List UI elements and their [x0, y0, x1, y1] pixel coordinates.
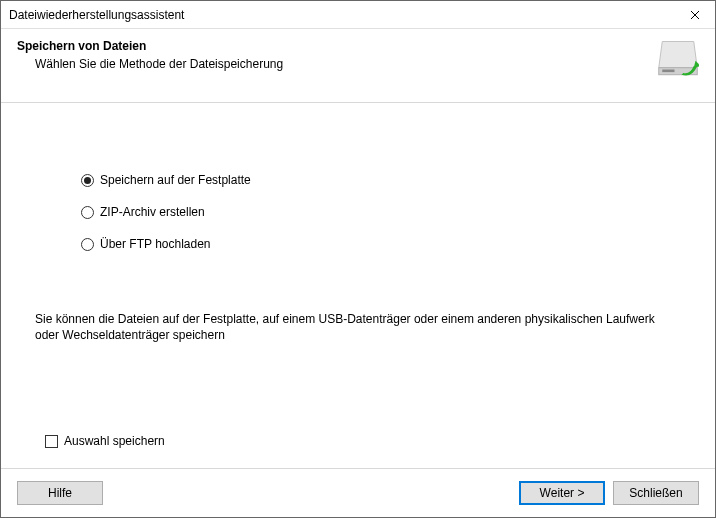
page-heading: Speichern von Dateien [17, 39, 283, 53]
option-label: Über FTP hochladen [100, 237, 211, 251]
help-button[interactable]: Hilfe [17, 481, 103, 505]
close-button[interactable] [675, 1, 715, 29]
svg-rect-4 [662, 70, 674, 73]
option-label: Speichern auf der Festplatte [100, 173, 251, 187]
titlebar: Dateiwiederherstellungsassistent [1, 1, 715, 29]
option-upload-ftp[interactable]: Über FTP hochladen [81, 237, 685, 251]
option-save-to-disk[interactable]: Speichern auf der Festplatte [81, 173, 685, 187]
close-button-footer[interactable]: Schließen [613, 481, 699, 505]
checkbox-icon [45, 435, 58, 448]
method-description: Sie können die Dateien auf der Festplatt… [35, 311, 675, 343]
radio-icon [81, 238, 94, 251]
radio-icon [81, 174, 94, 187]
close-icon [690, 10, 700, 20]
svg-marker-2 [659, 42, 698, 68]
header-text: Speichern von Dateien Wählen Sie die Met… [17, 39, 283, 71]
checkbox-label: Auswahl speichern [64, 434, 165, 448]
save-method-group: Speichern auf der Festplatte ZIP-Archiv … [81, 173, 685, 251]
radio-icon [81, 206, 94, 219]
page-subheading: Wählen Sie die Methode der Dateispeicher… [35, 57, 283, 71]
option-create-zip[interactable]: ZIP-Archiv erstellen [81, 205, 685, 219]
option-label: ZIP-Archiv erstellen [100, 205, 205, 219]
hard-drive-arrow-icon [657, 39, 699, 82]
wizard-window: Dateiwiederherstellungsassistent Speiche… [0, 0, 716, 518]
footer: Hilfe Weiter > Schließen [1, 468, 715, 517]
header: Speichern von Dateien Wählen Sie die Met… [1, 29, 715, 103]
next-button[interactable]: Weiter > [519, 481, 605, 505]
window-title: Dateiwiederherstellungsassistent [9, 8, 184, 22]
save-selection-checkbox[interactable]: Auswahl speichern [45, 434, 165, 448]
body: Speichern auf der Festplatte ZIP-Archiv … [1, 103, 715, 468]
